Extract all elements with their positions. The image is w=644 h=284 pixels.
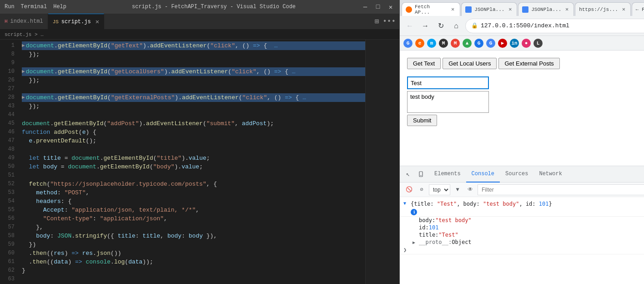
browser-tab-json2[interactable]: JSONPla... ✕ bbox=[518, 2, 574, 16]
menu-terminal[interactable]: Terminal bbox=[21, 4, 47, 10]
json2-tab-label: JSONPla... bbox=[531, 7, 561, 12]
line-numbers: 1 8 9 10 26 27 28 43 44 45 46 47 48 49 5… bbox=[0, 40, 18, 284]
forward-button[interactable]: → bbox=[419, 20, 432, 32]
maximize-button[interactable]: □ bbox=[374, 3, 382, 11]
console-filter-toggle[interactable]: ⊘ bbox=[416, 184, 427, 195]
code-line-50: let body = document.getElementById("body… bbox=[22, 162, 365, 171]
tab-bar: H index.html JS script.js ✕ ⊞ ••• bbox=[0, 14, 399, 30]
body-textarea[interactable]: test body bbox=[407, 91, 489, 113]
browser-tab-fetch[interactable]: Fetch AP... ✕ bbox=[402, 2, 460, 16]
bookmark-google[interactable]: G bbox=[403, 39, 413, 48]
bookmark-ms[interactable]: m bbox=[427, 39, 436, 48]
devtools-toolbar: 🚫 ⊘ top ▼ 👁 bbox=[400, 183, 644, 197]
console-context-dropdown[interactable]: ▼ bbox=[452, 184, 463, 195]
browser-tab-json1[interactable]: JSONPla... ✕ bbox=[461, 2, 517, 16]
json2-tab-favicon bbox=[522, 6, 528, 13]
bookmark-bar: G e m M M ▲ G G ▶ in ● L bbox=[400, 36, 644, 51]
console-eye-button[interactable]: 👁 bbox=[465, 184, 476, 195]
title-bar: Run Terminal Help script.js - FetchAPI_T… bbox=[0, 0, 399, 14]
get-local-users-button[interactable]: Get Local Users bbox=[443, 58, 497, 69]
json1-tab-close[interactable]: ✕ bbox=[507, 6, 513, 13]
more-actions-icon[interactable]: ••• bbox=[382, 17, 396, 25]
bookmark-blue2[interactable]: G bbox=[474, 39, 483, 48]
code-line-63 bbox=[22, 275, 365, 284]
close-button[interactable]: ✕ bbox=[387, 3, 395, 11]
editor-area: 1 8 9 10 26 27 28 43 44 45 46 47 48 49 5… bbox=[0, 40, 399, 284]
address-bar[interactable]: 🔒 127.0.0.1:5500/index.html bbox=[465, 19, 644, 33]
code-line-56: "Content-type": "application/json", bbox=[22, 214, 365, 223]
code-line-10: ▶document.getElementById("getLocalUsers"… bbox=[22, 67, 365, 76]
bookmark-g2[interactable]: G bbox=[486, 39, 495, 48]
breadcrumb: script.js > … bbox=[0, 30, 399, 40]
code-line-48 bbox=[22, 145, 365, 154]
browser-toolbar: ← → ↻ ⌂ 🔒 127.0.0.1:5500/index.html ⊕ bbox=[400, 16, 644, 36]
menu-run[interactable]: Run bbox=[5, 4, 15, 10]
code-line-58: body: JSON.stringify({ title: title, bod… bbox=[22, 232, 365, 240]
code-content[interactable]: ▶document.getElementById("getText").addE… bbox=[18, 40, 365, 284]
code-line-61: .then((data) => console.log(data)); bbox=[22, 258, 365, 266]
devtools-tab-sources[interactable]: Sources bbox=[500, 166, 533, 183]
submit-button[interactable]: Submit bbox=[407, 115, 437, 126]
code-line-60: .then((res) => res.json()) bbox=[22, 249, 365, 258]
browser-tab-fetch2[interactable]: ← Fetch A... bbox=[632, 2, 644, 16]
title-input[interactable] bbox=[407, 76, 489, 89]
menu-help[interactable]: Help bbox=[53, 4, 66, 10]
tab-index-html[interactable]: H index.html bbox=[0, 14, 48, 29]
devtools-tab-console[interactable]: Console bbox=[466, 166, 500, 183]
bookmark-li[interactable]: in bbox=[510, 39, 519, 48]
bookmark-misc[interactable]: L bbox=[533, 39, 543, 48]
https-tab-close[interactable]: ✕ bbox=[621, 6, 627, 13]
back-button[interactable]: ← bbox=[403, 20, 416, 32]
code-line-49: let title = document.getElementById("tit… bbox=[22, 154, 365, 162]
browser-tab-https[interactable]: https://js... ✕ bbox=[575, 2, 631, 16]
get-text-button[interactable]: Get Text bbox=[407, 58, 441, 69]
console-info-icon: ℹ bbox=[411, 209, 417, 215]
split-editor-icon[interactable]: ⊞ bbox=[375, 17, 379, 26]
bookmark-gmail[interactable]: M bbox=[451, 39, 460, 48]
fetch-tab-favicon bbox=[406, 6, 412, 13]
https-tab-label: https://js... bbox=[579, 7, 618, 12]
fetch2-tab-label: ← Fetch A... bbox=[636, 7, 644, 12]
console-expand-icon[interactable]: ▼ bbox=[403, 201, 408, 206]
proto-expand-icon[interactable]: ▶ bbox=[413, 240, 417, 245]
code-line-47: e.preventDefault(); bbox=[22, 137, 365, 145]
code-line-52: fetch("https://jsonplaceholder.typicode.… bbox=[22, 180, 365, 188]
code-line-8: }); bbox=[22, 50, 365, 59]
console-output: ▼ {title: "Test", body: "test body", id:… bbox=[400, 197, 644, 284]
console-clear-button[interactable]: 🚫 bbox=[403, 184, 414, 195]
console-child-proto: ▶ __proto__: Object bbox=[400, 238, 644, 246]
fetch-tab-label: Fetch AP... bbox=[415, 4, 447, 15]
minimap bbox=[365, 40, 399, 284]
json2-tab-close[interactable]: ✕ bbox=[564, 6, 570, 13]
code-line-51 bbox=[22, 171, 365, 180]
console-prompt-icon[interactable]: ❯ bbox=[403, 247, 407, 253]
js-icon: JS bbox=[53, 19, 59, 25]
device-tool-button[interactable] bbox=[415, 168, 428, 181]
json1-tab-label: JSONPla... bbox=[474, 7, 504, 12]
title-bar-menu: Run Terminal Help bbox=[5, 4, 66, 10]
cursor-tool-button[interactable]: ↖ bbox=[402, 168, 414, 181]
home-button[interactable]: ⌂ bbox=[450, 20, 463, 32]
bookmark-dark[interactable]: M bbox=[439, 39, 448, 48]
bookmark-yt[interactable]: ▶ bbox=[498, 39, 507, 48]
code-line-53: method: "POST", bbox=[22, 188, 365, 197]
tab-script-js[interactable]: JS script.js ✕ bbox=[48, 14, 104, 29]
title-bar-title: script.js - FetchAPI_Traversy - Visual S… bbox=[132, 4, 296, 10]
console-context-select[interactable]: top bbox=[429, 184, 450, 195]
browser-tabs: Fetch AP... ✕ JSONPla... ✕ JSONPla... ✕ … bbox=[400, 0, 644, 16]
fetch-tab-close[interactable]: ✕ bbox=[449, 6, 456, 13]
get-external-posts-button[interactable]: Get External Posts bbox=[498, 58, 559, 69]
tab-close-script[interactable]: ✕ bbox=[96, 18, 99, 25]
code-line-46: function addPost(e) { bbox=[22, 128, 365, 137]
minimize-button[interactable]: — bbox=[361, 3, 369, 11]
console-row-object: ▼ {title: "Test", body: "test body", id:… bbox=[400, 199, 644, 217]
devtools-tab-elements[interactable]: Elements bbox=[429, 166, 466, 183]
code-line-26: }); bbox=[22, 76, 365, 85]
reload-button[interactable]: ↻ bbox=[434, 20, 447, 32]
code-line-43: }); bbox=[22, 102, 365, 111]
bookmark-green[interactable]: ▲ bbox=[463, 39, 472, 48]
bookmark-ext[interactable]: e bbox=[415, 39, 424, 48]
bookmark-ig[interactable]: ● bbox=[522, 39, 531, 48]
devtools-tab-network[interactable]: Network bbox=[533, 166, 567, 183]
console-filter-input[interactable] bbox=[478, 184, 644, 195]
